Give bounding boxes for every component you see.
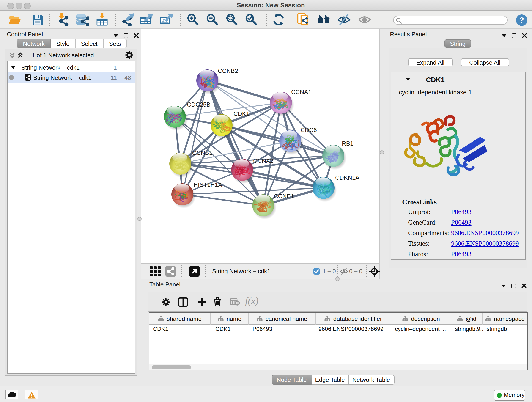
svg-text:CCNE1: CCNE1	[274, 193, 294, 200]
svg-text:HIST1H1A: HIST1H1A	[194, 181, 222, 188]
svg-text:CDK1: CDK1	[234, 110, 249, 117]
svg-text:CDKN1A: CDKN1A	[335, 174, 360, 181]
svg-text:RB1: RB1	[342, 140, 354, 147]
svg-text:CDC6: CDC6	[301, 127, 317, 133]
svg-text:CCNB2: CCNB2	[218, 67, 238, 74]
svg-text:CCNB1: CCNB1	[192, 149, 212, 156]
svg-text:CDC25B: CDC25B	[187, 101, 210, 108]
svg-text:CCNA1: CCNA1	[291, 89, 311, 95]
svg-text:CCNA2: CCNA2	[253, 157, 273, 164]
